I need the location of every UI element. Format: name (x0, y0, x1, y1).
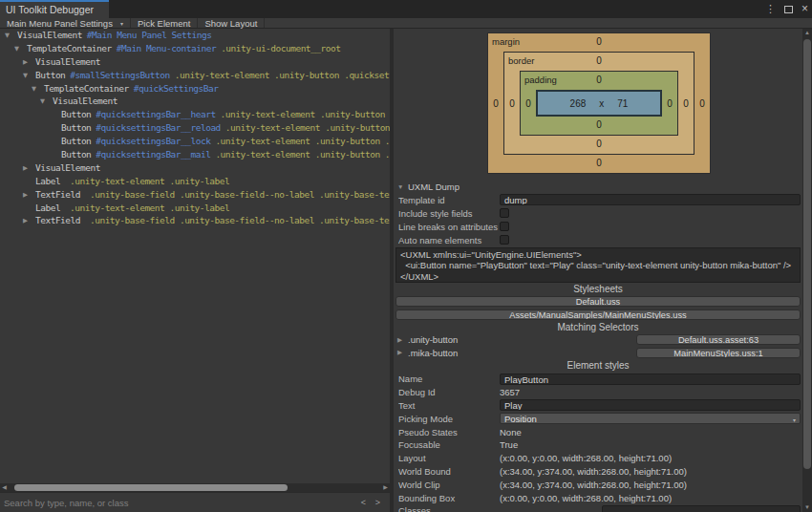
pick-element-button[interactable]: Pick Element (131, 18, 198, 28)
horizontal-scrollbar[interactable]: ◀ ▶ (0, 483, 390, 492)
inspector-panel: margin 0 0 border 0 0 (394, 29, 802, 512)
layout-label: Layout (398, 453, 500, 463)
padding-top-value: 0 (521, 75, 677, 85)
content-height: 71 (617, 98, 628, 109)
selector-source-button[interactable]: Default.uss.asset:63 (636, 334, 801, 345)
margin-bottom-value: 0 (488, 158, 710, 168)
vertical-scrollbar-thumb[interactable] (803, 39, 811, 469)
foldout-collapsed-icon[interactable]: ▶ (397, 349, 408, 356)
scroll-left-icon[interactable]: ◀ (0, 483, 9, 492)
line-breaks-checkbox[interactable] (500, 222, 509, 231)
foldout-collapsed-icon[interactable] (23, 189, 35, 202)
foldout-expanded-icon[interactable] (40, 96, 53, 108)
world-clip-label: World Clip (398, 480, 500, 490)
close-icon[interactable]: × (801, 0, 808, 18)
tree-row[interactable]: VisualElement (0, 55, 390, 69)
text-label: Text (398, 400, 500, 411)
box-model-margin: margin 0 0 border 0 0 (487, 32, 711, 174)
tree-row[interactable]: TemplateContainer#quickSettingsBar (0, 82, 390, 96)
margin-top-value: 0 (488, 36, 710, 47)
tree-row[interactable]: Button#quicksettingsBar__reload.unity-te… (0, 121, 390, 135)
search-bar: < > (0, 492, 390, 512)
tree-row[interactable]: TemplateContainer#Main Menu-container.un… (0, 42, 390, 55)
tree-row[interactable]: TextField.unity-base-field .unity-base-f… (0, 188, 390, 202)
auto-name-label: Auto name elements (398, 235, 500, 245)
element-styles-header: Element styles (394, 359, 802, 373)
box-model-section: margin 0 0 border 0 0 (394, 29, 802, 180)
border-bottom-value: 0 (504, 139, 694, 149)
uxml-dump-title: UXML Dump (408, 181, 459, 192)
focusable-label: Focusable (398, 439, 500, 450)
foldout-collapsed-icon[interactable]: ▶ (397, 336, 408, 344)
maximize-icon[interactable] (784, 6, 793, 13)
foldout-collapsed-icon[interactable] (23, 215, 35, 227)
tree-row[interactable]: Button#quicksettingsBar__lock.unity-text… (0, 135, 390, 148)
scroll-right-icon[interactable]: ▶ (381, 483, 390, 492)
tree-row[interactable]: Label.unity-text-element .unity-label (0, 202, 390, 215)
stylesheet-button[interactable]: Assets/ManualSamples/MainMenuStyles.uss (395, 309, 801, 320)
include-style-fields-label: Include style fields (398, 208, 500, 219)
foldout-expanded-icon[interactable] (14, 43, 27, 55)
margin-left-value: 0 (488, 52, 503, 155)
picking-mode-value: Position (504, 414, 537, 424)
border-top-value: 0 (504, 55, 694, 66)
horizontal-scrollbar-thumb[interactable] (14, 484, 288, 491)
show-layout-button[interactable]: Show Layout (198, 18, 265, 28)
search-prev-button[interactable]: < (358, 495, 369, 510)
scroll-down-icon[interactable]: ▼ (802, 503, 812, 512)
bounding-box-value: (x:0.00, y:0.00, width:268.00, height:71… (500, 493, 801, 503)
template-id-label: Template id (398, 195, 500, 205)
window-tab[interactable]: UI Toolkit Debugger (0, 0, 109, 18)
text-field[interactable]: Play (500, 399, 801, 411)
debug-id-label: Debug Id (398, 387, 500, 397)
panel-picker-label: Main Menu Panel Settings (7, 18, 113, 29)
stylesheets-header: Stylesheets (394, 283, 802, 295)
bounding-box-label: Bounding Box (398, 493, 500, 503)
kebab-menu-icon[interactable]: ⋮ (765, 0, 776, 18)
content-width: 268 (570, 98, 587, 109)
search-next-button[interactable]: > (373, 495, 383, 510)
picking-mode-dropdown[interactable]: Position ▾ (500, 413, 801, 424)
tree-row[interactable]: VisualElement#Main Menu Panel Settings (0, 29, 390, 42)
panel-picker-dropdown[interactable]: Main Menu Panel Settings ▾ (0, 18, 131, 28)
world-bound-label: World Bound (398, 466, 500, 477)
tree-row[interactable]: VisualElement (0, 95, 390, 108)
layout-value: (x:0.00, y:0.00, width:268.00, height:71… (500, 453, 801, 463)
uxml-dump-foldout[interactable]: ▼ UXML Dump (394, 180, 802, 193)
classes-field[interactable] (602, 505, 801, 512)
chevron-down-icon: ▾ (120, 20, 123, 27)
foldout-expanded-icon[interactable] (23, 70, 35, 82)
selector-name: .unity-button (408, 334, 458, 345)
tree-row[interactable]: Button#quicksettingsBar__mail.unity-text… (0, 148, 390, 161)
tree-row[interactable]: Label.unity-text-element .unity-label (0, 175, 390, 188)
search-input[interactable] (4, 495, 357, 510)
include-style-fields-checkbox[interactable] (500, 208, 509, 218)
foldout-expanded-icon: ▼ (397, 183, 408, 190)
foldout-expanded-icon[interactable] (5, 30, 17, 42)
uxml-code-area[interactable]: <UXML xmlns:ui="UnityEngine.UIElements">… (395, 247, 801, 283)
chevron-down-icon: ▾ (793, 416, 796, 426)
content-x-separator: x (599, 98, 604, 109)
debug-id-value: 3657 (500, 387, 801, 397)
foldout-expanded-icon[interactable] (32, 83, 44, 96)
selector-source-button[interactable]: MainMenuStyles.uss:1 (636, 348, 801, 358)
world-bound-value: (x:34.00, y:374.00, width:268.00, height… (500, 466, 801, 477)
focusable-value: True (500, 439, 801, 450)
tree-row[interactable]: Button#quicksettingsBar__heart.unity-tex… (0, 108, 390, 121)
title-bar: UI Toolkit Debugger ⋮ × (0, 0, 812, 18)
name-field[interactable]: PlayButton (500, 373, 801, 385)
foldout-collapsed-icon[interactable] (23, 162, 35, 175)
padding-right-value: 0 (662, 90, 677, 117)
tree-row[interactable]: Button#smallSettingsButton.unity-text-el… (0, 69, 390, 82)
auto-name-checkbox[interactable] (500, 235, 509, 245)
stylesheet-button[interactable]: Default.uss (395, 296, 801, 307)
template-id-field[interactable]: dump (500, 194, 801, 205)
vertical-scrollbar[interactable]: ▲ ▼ (802, 29, 812, 512)
tree-row[interactable]: TextField.unity-base-field .unity-base-f… (0, 214, 390, 227)
scroll-up-icon[interactable]: ▲ (802, 29, 812, 37)
tree-row[interactable]: VisualElement (0, 161, 390, 175)
selector-row: ▶ .mika-button MainMenuStyles.uss:1 (394, 347, 802, 360)
foldout-collapsed-icon[interactable] (23, 56, 35, 69)
box-model-content: 268 x 71 (536, 90, 662, 117)
margin-right-value: 0 (694, 52, 710, 155)
